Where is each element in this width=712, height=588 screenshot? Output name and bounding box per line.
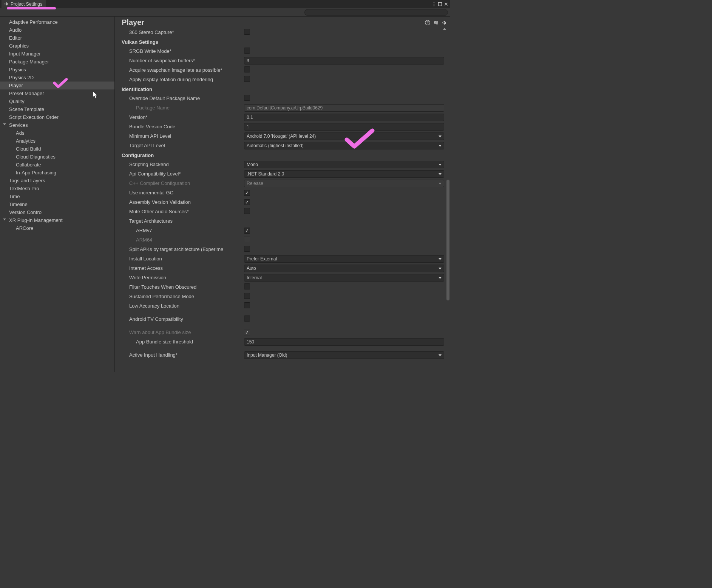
maximize-icon[interactable] [437,2,443,7]
sidebar-item-label: Package Manager [9,59,49,65]
gear-icon[interactable] [441,20,447,26]
setting-label: Internet Access [122,265,242,271]
setting-label: Minimum API Level [122,133,242,139]
help-icon[interactable] [425,20,431,26]
dropdown[interactable]: Automatic (highest installed) [244,142,444,149]
sidebar-item-tags-and-layers[interactable]: Tags and Layers [0,177,114,185]
sidebar-item-arcore[interactable]: ARCore [0,224,114,232]
setting-control: Prefer External [244,255,444,263]
setting-control [244,48,250,55]
sidebar-item-audio[interactable]: Audio [0,26,114,34]
sidebar-item-ads[interactable]: Ads [0,129,114,137]
foldout-triangle-icon[interactable] [3,219,6,220]
checkbox[interactable] [244,95,250,101]
sidebar-item-physics-2d[interactable]: Physics 2D [0,74,114,82]
setting-label: App Bundle size threshold [122,339,242,345]
checkbox[interactable] [244,208,250,214]
checkbox[interactable] [244,48,250,54]
setting-control [244,76,250,83]
setting-label: Api Compatibility Level* [122,171,242,177]
setting-label: Split APKs by target architecture (Exper… [122,246,242,252]
setting-label: Target Architectures [122,218,242,224]
text-input[interactable]: 0.1 [244,114,444,121]
vertical-scrollbar[interactable] [446,36,450,372]
dropdown[interactable]: Input Manager (Old) [244,351,444,359]
setting-control [244,95,250,102]
checkbox[interactable] [244,316,250,322]
text-input[interactable]: 1 [244,123,444,131]
preset-icon[interactable] [433,20,439,26]
kebab-menu-icon[interactable] [431,2,437,7]
checkbox[interactable] [244,66,250,72]
setting-control [244,293,250,300]
settings-row: Sustained Performance Mode [122,292,448,301]
sidebar-item-editor[interactable]: Editor [0,34,114,42]
setting-label: Package Name [122,105,242,111]
sidebar-item-cloud-diagnostics[interactable]: Cloud Diagnostics [0,153,114,161]
sidebar-item-package-manager[interactable]: Package Manager [0,58,114,66]
dropdown[interactable]: Mono [244,161,444,168]
checkbox[interactable] [244,190,250,196]
setting-control [244,190,250,196]
text-input[interactable]: 3 [244,57,444,65]
sidebar-item-collaborate[interactable]: Collaborate [0,161,114,169]
sidebar-item-physics[interactable]: Physics [0,66,114,74]
setting-control: com.DefaultCompany.arUrpBuild0629 [244,104,444,112]
settings-row: Bundle Version Code1 [122,122,448,131]
sidebar-item-xr-plug-in-management[interactable]: XR Plug-in Management [0,216,114,224]
setting-label: Version* [122,114,242,120]
text-input: com.DefaultCompany.arUrpBuild0629 [244,104,444,112]
text-input[interactable]: 150 [244,338,444,346]
sidebar-item-in-app-purchasing[interactable]: In-App Purchasing [0,169,114,177]
sidebar-item-services[interactable]: Services [0,121,114,129]
checkbox[interactable] [244,29,250,35]
sidebar-item-graphics[interactable]: Graphics [0,42,114,50]
sidebar-item-cloud-build[interactable]: Cloud Build [0,145,114,153]
sidebar-item-textmesh-pro[interactable]: TextMesh Pro [0,185,114,192]
setting-control [244,29,250,36]
close-icon[interactable] [443,2,449,7]
sidebar-item-adaptive-performance[interactable]: Adaptive Performance [0,18,114,26]
dropdown[interactable]: Internal [244,274,444,282]
checkbox[interactable] [244,302,250,308]
foldout-triangle-icon[interactable] [3,123,6,125]
settings-row: Override Default Package Name [122,94,448,103]
sidebar-item-analytics[interactable]: Analytics [0,137,114,145]
setting-control: Input Manager (Old) [244,351,444,359]
checkbox[interactable] [244,283,250,289]
settings-row: Filter Touches When Obscured [122,282,448,292]
sidebar-item-timeline[interactable]: Timeline [0,200,114,208]
window-tab[interactable]: Project Settings [2,0,46,8]
sidebar-item-label: Cloud Build [16,146,41,152]
dropdown[interactable]: Android 7.0 'Nougat' (API level 24) [244,132,444,140]
sidebar-item-label: Cloud Diagnostics [16,154,56,160]
sidebar-item-label: ARCore [16,225,33,231]
settings-row: Internet AccessAuto [122,263,448,273]
sidebar-item-input-manager[interactable]: Input Manager [0,50,114,58]
checkbox[interactable] [244,228,250,234]
dropdown[interactable]: .NET Standard 2.0 [244,170,444,178]
checkbox[interactable] [244,246,250,252]
setting-control: Android 7.0 'Nougat' (API level 24) [244,132,444,140]
window-title: Project Settings [11,2,42,7]
sidebar-item-scene-template[interactable]: Scene Template [0,105,114,113]
settings-row: C++ Compiler ConfigurationRelease [122,179,448,188]
sidebar-item-label: Editor [9,35,22,41]
search-row [0,8,450,17]
sidebar-item-time[interactable]: Time [0,192,114,200]
scrollbar-thumb[interactable] [446,180,449,300]
setting-control [244,329,250,336]
checkbox[interactable] [244,76,250,82]
dropdown[interactable]: Auto [244,265,444,272]
svg-point-1 [434,4,434,5]
sidebar-item-script-execution-order[interactable]: Script Execution Order [0,113,114,121]
settings-row: App Bundle size threshold150 [122,337,448,346]
dropdown[interactable]: Prefer External [244,255,444,263]
sidebar-item-player[interactable]: Player [0,82,114,89]
checkbox[interactable] [244,199,250,205]
search-input[interactable] [304,9,448,16]
setting-control [244,302,250,309]
sidebar-item-version-control[interactable]: Version Control [0,208,114,216]
setting-label: Bundle Version Code [122,124,242,129]
checkbox[interactable] [244,293,250,299]
